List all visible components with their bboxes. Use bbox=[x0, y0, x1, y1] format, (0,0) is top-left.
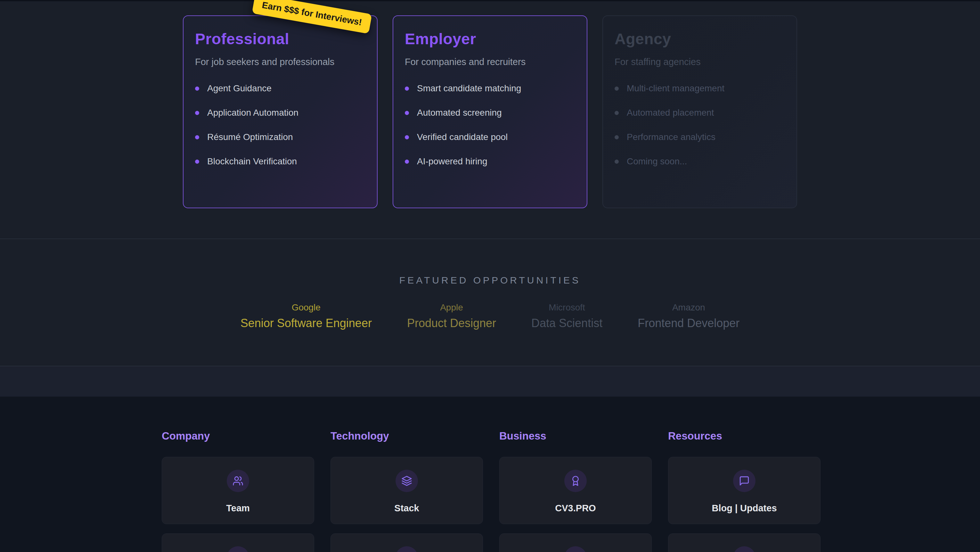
feature-item: Agent Guidance bbox=[195, 83, 366, 94]
bullet-icon bbox=[195, 160, 199, 164]
plan-feature-list: Multi-client management Automated placem… bbox=[614, 83, 785, 167]
feature-item: Résumé Optimization bbox=[195, 132, 366, 142]
bullet-icon bbox=[614, 160, 619, 164]
bullet-icon bbox=[405, 86, 409, 91]
job-role: Product Designer bbox=[407, 316, 496, 330]
job-role: Frontend Developer bbox=[638, 316, 740, 330]
footer-card-label: Blog | Updates bbox=[712, 503, 776, 514]
section-spacer bbox=[0, 366, 980, 397]
feature-item: Application Automation bbox=[195, 108, 366, 118]
job-company: Google bbox=[240, 302, 372, 313]
job-company: Amazon bbox=[638, 302, 740, 313]
footer-card-label: Team bbox=[226, 503, 250, 514]
footer-column-company: Company Team bbox=[162, 430, 314, 552]
feature-item: Multi-client management bbox=[614, 83, 785, 94]
icon-circle bbox=[733, 546, 756, 552]
feature-item: Coming soon... bbox=[614, 156, 785, 167]
footer-column-business: Business CV3.PRO bbox=[499, 430, 652, 552]
footer-card-label: CV3.PRO bbox=[555, 503, 596, 514]
plan-card-agency: Agency For staffing agencies Multi-clien… bbox=[602, 15, 797, 208]
plans-row: Earn $$$ for Interviews! Professional Fo… bbox=[0, 15, 980, 208]
footer-card-partial[interactable] bbox=[499, 533, 652, 552]
plan-title: Agency bbox=[614, 30, 785, 48]
icon-circle bbox=[564, 546, 587, 552]
plan-feature-list: Smart candidate matching Automated scree… bbox=[405, 83, 575, 167]
plan-title: Professional bbox=[195, 30, 366, 48]
feature-item: AI-powered hiring bbox=[405, 156, 575, 167]
job-item-amazon[interactable]: Amazon Frontend Developer bbox=[638, 302, 740, 330]
plan-subtitle: For job seekers and professionals bbox=[195, 57, 366, 67]
job-role: Senior Software Engineer bbox=[240, 316, 372, 330]
users-icon bbox=[232, 475, 243, 486]
feature-item: Automated placement bbox=[614, 108, 785, 118]
bullet-icon bbox=[405, 111, 409, 115]
award-icon bbox=[570, 475, 581, 486]
pricing-and-footer-page: Earn $$$ for Interviews! Professional Fo… bbox=[0, 0, 980, 552]
job-item-microsoft[interactable]: Microsoft Data Scientist bbox=[531, 302, 602, 330]
job-item-google[interactable]: Google Senior Software Engineer bbox=[240, 302, 372, 330]
bullet-icon bbox=[195, 86, 199, 91]
job-company: Microsoft bbox=[531, 302, 602, 313]
footer-heading: Resources bbox=[668, 430, 821, 442]
bullet-icon bbox=[405, 160, 409, 164]
bullet-icon bbox=[614, 135, 619, 139]
plan-feature-list: Agent Guidance Application Automation Ré… bbox=[195, 83, 366, 167]
plan-card-employer[interactable]: Employer For companies and recruiters Sm… bbox=[393, 15, 587, 208]
footer-heading: Business bbox=[499, 430, 652, 442]
footer-card-stack[interactable]: Stack bbox=[331, 457, 483, 524]
bullet-icon bbox=[614, 86, 619, 91]
footer-card-partial[interactable] bbox=[668, 533, 821, 552]
icon-circle bbox=[396, 546, 418, 552]
job-company: Apple bbox=[407, 302, 496, 313]
footer-card-label: Stack bbox=[394, 503, 419, 514]
footer-heading: Company bbox=[162, 430, 314, 442]
message-icon bbox=[739, 475, 750, 486]
footer-card-partial[interactable] bbox=[162, 533, 314, 552]
footer-card-partial[interactable] bbox=[331, 533, 483, 552]
footer-column-resources: Resources Blog | Updates bbox=[668, 430, 821, 552]
plan-title: Employer bbox=[405, 30, 575, 48]
plan-subtitle: For staffing agencies bbox=[614, 57, 785, 67]
footer-card-cv3pro[interactable]: CV3.PRO bbox=[499, 457, 652, 524]
earn-for-interviews-badge: Earn $$$ for Interviews! bbox=[252, 0, 372, 34]
feature-item: Blockchain Verification bbox=[195, 156, 366, 167]
feature-item: Automated screening bbox=[405, 108, 575, 118]
footer-column-technology: Technology Stack bbox=[331, 430, 483, 552]
job-role: Data Scientist bbox=[531, 316, 602, 330]
footer-card-blog[interactable]: Blog | Updates bbox=[668, 457, 821, 524]
icon-circle bbox=[227, 470, 249, 492]
footer: Company Team Technology bbox=[0, 397, 980, 552]
icon-circle bbox=[396, 470, 418, 492]
feature-item: Smart candidate matching bbox=[405, 83, 575, 94]
icon-circle bbox=[227, 546, 249, 552]
icon-circle bbox=[564, 470, 587, 492]
feature-item: Performance analytics bbox=[614, 132, 785, 142]
featured-heading: FEATURED OPPORTUNITIES bbox=[0, 275, 980, 286]
featured-opportunities-section: FEATURED OPPORTUNITIES Google Senior Sof… bbox=[0, 239, 980, 366]
plans-section: Earn $$$ for Interviews! Professional Fo… bbox=[0, 1, 980, 239]
featured-jobs-row: Google Senior Software Engineer Apple Pr… bbox=[0, 302, 980, 330]
plan-card-professional[interactable]: Earn $$$ for Interviews! Professional Fo… bbox=[183, 15, 378, 208]
bullet-icon bbox=[405, 135, 409, 139]
footer-card-team[interactable]: Team bbox=[162, 457, 314, 524]
layers-icon bbox=[401, 475, 412, 486]
icon-circle bbox=[733, 470, 756, 492]
feature-item: Verified candidate pool bbox=[405, 132, 575, 142]
job-item-apple[interactable]: Apple Product Designer bbox=[407, 302, 496, 330]
footer-heading: Technology bbox=[331, 430, 483, 442]
bullet-icon bbox=[614, 111, 619, 115]
bullet-icon bbox=[195, 135, 199, 139]
plan-subtitle: For companies and recruiters bbox=[405, 57, 575, 67]
bullet-icon bbox=[195, 111, 199, 115]
footer-columns: Company Team Technology bbox=[162, 430, 980, 552]
